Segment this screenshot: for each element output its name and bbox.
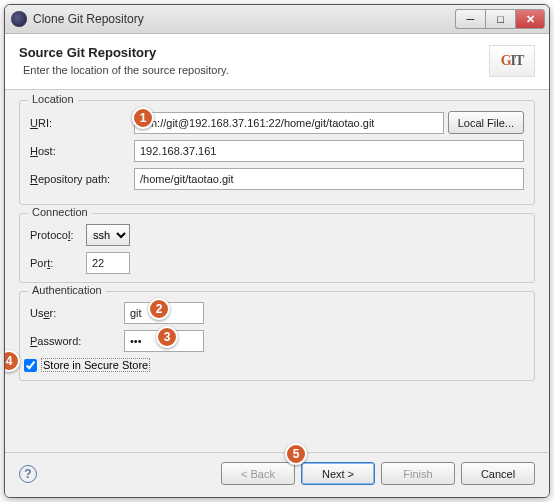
host-label: Host:: [30, 145, 130, 157]
store-secure-checkbox[interactable]: [24, 359, 37, 372]
finish-button[interactable]: Finish: [381, 462, 455, 485]
next-button[interactable]: Next >: [301, 462, 375, 485]
host-input[interactable]: [134, 140, 524, 162]
dialog-window: Clone Git Repository ─ □ ✕ Source Git Re…: [4, 4, 550, 498]
page-subtitle: Enter the location of the source reposit…: [23, 64, 489, 76]
protocol-label: Protocol:: [30, 229, 82, 241]
callout-4: 4: [5, 350, 20, 372]
minimize-button[interactable]: ─: [455, 9, 485, 29]
repo-path-input[interactable]: [134, 168, 524, 190]
help-icon[interactable]: ?: [19, 465, 37, 483]
titlebar[interactable]: Clone Git Repository ─ □ ✕: [5, 5, 549, 34]
local-file-button[interactable]: Local File...: [448, 111, 524, 134]
page-title: Source Git Repository: [19, 45, 489, 60]
protocol-select[interactable]: ssh: [86, 224, 130, 246]
location-group: Location URI: Local File... Host: Reposi…: [19, 100, 535, 205]
uri-label: URI:: [30, 117, 130, 129]
auth-group: Authentication User: Password: Store in …: [19, 291, 535, 381]
cancel-button[interactable]: Cancel: [461, 462, 535, 485]
repo-path-label: Repository path:: [30, 173, 130, 185]
back-button[interactable]: < Back: [221, 462, 295, 485]
eclipse-icon: [11, 11, 27, 27]
connection-group: Connection Protocol: ssh Port:: [19, 213, 535, 283]
auth-group-label: Authentication: [28, 284, 106, 296]
store-secure-label: Store in Secure Store: [41, 358, 150, 372]
window-buttons: ─ □ ✕: [455, 9, 545, 29]
uri-input[interactable]: [134, 112, 444, 134]
user-input[interactable]: [124, 302, 204, 324]
connection-group-label: Connection: [28, 206, 92, 218]
port-input[interactable]: [86, 252, 130, 274]
window-title: Clone Git Repository: [33, 12, 455, 26]
password-input[interactable]: [124, 330, 204, 352]
footer: ? < Back Next > Finish Cancel 5: [5, 452, 549, 497]
git-logo-icon: GIT: [489, 45, 535, 77]
header-panel: Source Git Repository Enter the location…: [5, 34, 549, 90]
user-label: User:: [30, 307, 120, 319]
body-panel: Location URI: Local File... Host: Reposi…: [5, 90, 549, 452]
location-group-label: Location: [28, 93, 78, 105]
maximize-button[interactable]: □: [485, 9, 515, 29]
port-label: Port:: [30, 257, 82, 269]
password-label: Password:: [30, 335, 120, 347]
close-button[interactable]: ✕: [515, 9, 545, 29]
